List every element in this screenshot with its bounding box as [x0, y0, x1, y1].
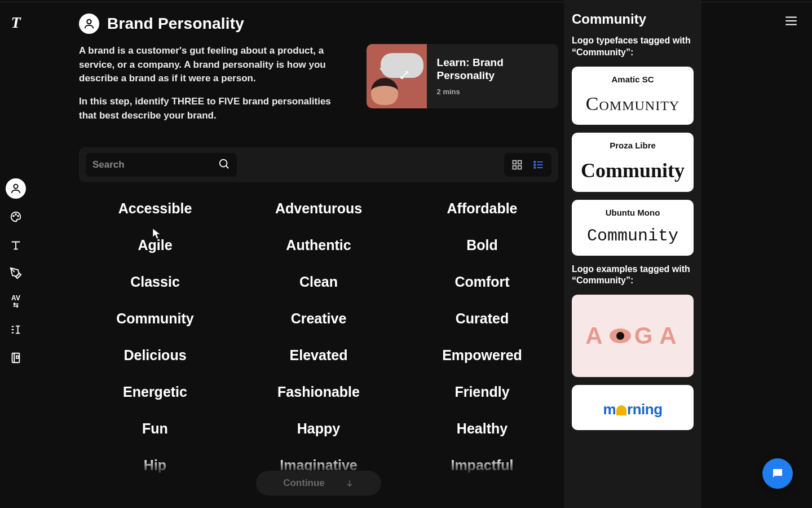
svg-rect-9: [513, 166, 517, 169]
svg-point-5: [87, 20, 91, 24]
intro-paragraph-1: A brand is a customer's gut feeling abou…: [79, 44, 344, 86]
controls-bar: [79, 147, 558, 182]
typeface-name: Proza Libre: [577, 141, 688, 150]
learn-card[interactable]: Learn: Brand Personality 2 mins: [367, 44, 558, 108]
svg-point-13: [534, 167, 536, 169]
personality-empowered[interactable]: Empowered: [406, 345, 558, 366]
logo-example-aoga[interactable]: AGA: [572, 295, 694, 377]
typeface-card-proza-libre[interactable]: Proza LibreCommunity: [572, 133, 694, 192]
personality-bold[interactable]: Bold: [406, 235, 558, 256]
right-panel: Community Logo typefaces tagged with “Co…: [564, 0, 701, 508]
typeface-card-amatic-sc[interactable]: Amatic SCCommunity: [572, 67, 694, 125]
continue-button[interactable]: Continue: [256, 471, 381, 496]
personality-delicious[interactable]: Delicious: [79, 345, 231, 366]
personality-friendly[interactable]: Friendly: [406, 382, 558, 402]
logo-examples-list: AGAmrning: [572, 295, 694, 430]
step-paragraph-icon[interactable]: [6, 319, 26, 340]
logo-example-morning[interactable]: mrning: [572, 385, 694, 430]
svg-point-0: [14, 185, 17, 189]
personality-authentic[interactable]: Authentic: [242, 235, 395, 256]
personality-community[interactable]: Community: [79, 308, 231, 329]
search-input[interactable]: [92, 159, 205, 170]
svg-rect-8: [518, 161, 522, 164]
svg-point-6: [220, 160, 227, 167]
intro-row: A brand is a customer's gut feeling abou…: [79, 44, 558, 132]
personality-curated[interactable]: Curated: [406, 308, 558, 329]
personality-happy[interactable]: Happy: [242, 418, 395, 439]
search-icon[interactable]: [218, 157, 230, 172]
app-logo[interactable]: T: [11, 14, 20, 32]
main-content: Brand Personality A brand is a customer'…: [79, 14, 558, 508]
left-rail: T AV⇆: [0, 0, 32, 508]
step-personality-icon[interactable]: [6, 178, 26, 199]
typeface-card-ubuntu-mono[interactable]: Ubuntu MonoCommunity: [572, 200, 694, 256]
step-pen-icon[interactable]: [6, 263, 26, 283]
view-grid-button[interactable]: [508, 156, 527, 173]
personality-affordable[interactable]: Affordable: [406, 198, 558, 219]
continue-label: Continue: [283, 478, 325, 489]
svg-point-12: [534, 164, 536, 166]
svg-point-1: [13, 216, 14, 217]
bottom-bar: Continue: [79, 458, 558, 508]
page-header: Brand Personality: [79, 14, 558, 34]
step-kerning-icon[interactable]: AV⇆: [6, 291, 26, 312]
view-toggle: [504, 153, 551, 177]
learn-duration: 2 mins: [437, 87, 548, 96]
svg-point-2: [15, 214, 16, 215]
personality-comfort[interactable]: Comfort: [406, 271, 558, 292]
learn-thumbnail: [367, 44, 427, 108]
view-list-button[interactable]: [529, 156, 548, 173]
typeface-name: Ubuntu Mono: [577, 208, 688, 217]
svg-rect-10: [518, 166, 522, 169]
step-brandbook-icon[interactable]: [6, 348, 26, 368]
right-panel-title: Community: [572, 11, 694, 27]
intro-paragraph-2: In this step, identify THREE to FIVE bra…: [79, 95, 344, 122]
typeface-sample: Community: [577, 160, 688, 181]
personality-fun[interactable]: Fun: [79, 418, 231, 439]
personality-fashionable[interactable]: Fashionable: [242, 382, 395, 402]
personality-energetic[interactable]: Energetic: [79, 382, 231, 402]
examples-heading: Logo examples tagged with “Community”:: [572, 264, 694, 287]
personality-healthy[interactable]: Healthy: [406, 418, 558, 439]
page-title: Brand Personality: [107, 15, 244, 33]
aoga-logo: AGA: [585, 322, 679, 349]
menu-button[interactable]: [784, 14, 798, 30]
rail-step-icons: AV⇆: [6, 178, 26, 368]
typeface-sample: Community: [577, 227, 688, 244]
intro-text: A brand is a customer's gut feeling abou…: [79, 44, 344, 132]
page-header-icon: [79, 14, 99, 34]
learn-body: Learn: Brand Personality 2 mins: [427, 44, 558, 108]
personality-creative[interactable]: Creative: [242, 308, 395, 329]
search-wrap: [86, 153, 237, 177]
svg-point-11: [534, 161, 536, 163]
morning-logo: mrning: [603, 401, 662, 418]
svg-point-3: [17, 216, 19, 217]
typeface-list: Amatic SCCommunityProza LibreCommunityUb…: [572, 67, 694, 256]
personality-clean[interactable]: Clean: [242, 271, 395, 292]
personality-agile[interactable]: Agile: [79, 235, 231, 256]
arrow-down-icon: [345, 479, 354, 488]
step-palette-icon[interactable]: [6, 207, 26, 227]
svg-rect-7: [513, 161, 517, 164]
step-type-icon[interactable]: [6, 235, 26, 255]
expand-icon: [399, 70, 409, 80]
learn-title: Learn: Brand Personality: [437, 56, 548, 82]
personality-classic[interactable]: Classic: [79, 271, 231, 292]
personality-elevated[interactable]: Elevated: [242, 345, 395, 366]
chat-button[interactable]: [762, 458, 793, 489]
typeface-name: Amatic SC: [577, 75, 688, 84]
typefaces-heading: Logo typefaces tagged with “Community”:: [572, 35, 694, 59]
personality-adventurous[interactable]: Adventurous: [242, 198, 395, 219]
typeface-sample: Community: [577, 94, 688, 113]
personality-accessible[interactable]: Accessible: [79, 198, 231, 219]
